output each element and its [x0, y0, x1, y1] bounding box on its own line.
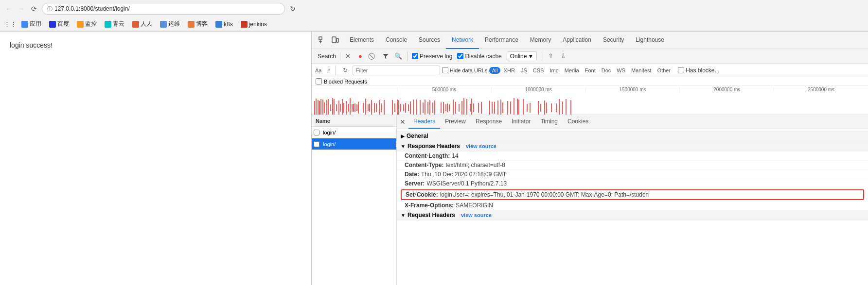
has-blocked-label[interactable]: Has blocke...	[678, 67, 719, 74]
detail-tab-preview[interactable]: Preview	[440, 115, 471, 129]
response-headers-section-header[interactable]: ▼ Response Headers view source	[397, 141, 868, 151]
disable-cache-label[interactable]: Disable cache	[457, 53, 501, 60]
req-select-1[interactable]	[314, 130, 319, 135]
inspect-element-button[interactable]	[317, 34, 328, 46]
login-success-text: login success!	[10, 41, 301, 49]
filter-bar: Aa .* ↻ Hide data URLs All XHR JS CSS Im…	[312, 64, 868, 77]
filter-tag-ws[interactable]: WS	[614, 67, 628, 74]
lock-icon: ⓘ	[47, 5, 53, 13]
bookmark-yunyun[interactable]: 运维	[157, 19, 183, 29]
tab-performance[interactable]: Performance	[479, 32, 524, 49]
svg-rect-0	[319, 37, 322, 40]
bookmark-jenkins[interactable]: jenkins	[238, 20, 270, 29]
detail-tab-headers[interactable]: Headers	[408, 115, 440, 129]
toolbar-separator2	[541, 51, 541, 61]
throttle-select[interactable]: Online ▼	[507, 51, 537, 61]
bookmark-apps[interactable]: 应用	[18, 19, 44, 29]
filter-tag-font[interactable]: Font	[583, 67, 598, 74]
request-view-source[interactable]: view source	[461, 212, 492, 218]
preserve-log-label[interactable]: Preserve log	[412, 53, 452, 60]
filter-refresh-button[interactable]: ↻	[340, 65, 351, 76]
export-button[interactable]: ⇩	[558, 51, 568, 62]
back-button[interactable]: ←	[4, 4, 14, 14]
header-value-content-length: 14	[452, 152, 458, 159]
filter-tag-js[interactable]: JS	[518, 67, 530, 74]
extension-button[interactable]: ↻	[288, 4, 298, 14]
disable-cache-checkbox[interactable]	[457, 53, 463, 59]
search-net-button[interactable]: 🔍	[393, 51, 404, 62]
blocked-requests-checkbox[interactable]	[316, 78, 322, 84]
tab-network[interactable]: Network	[446, 32, 479, 49]
bookmark-apps-label: 应用	[30, 20, 41, 28]
preserve-log-checkbox[interactable]	[412, 53, 418, 59]
filter-tag-doc[interactable]: Doc	[599, 67, 614, 74]
has-blocked-checkbox[interactable]	[678, 67, 684, 73]
bookmark-boke[interactable]: 博客	[185, 19, 211, 29]
filter-tag-all[interactable]: All	[489, 67, 500, 74]
timeline-label-2: 1000000 ms	[491, 87, 585, 92]
bookmark-k8s[interactable]: k8s	[213, 20, 236, 29]
address-bar[interactable]: ⓘ 127.0.0.1:8000/student/login/	[42, 3, 285, 15]
filter-tag-xhr[interactable]: XHR	[501, 67, 517, 74]
close-search-button[interactable]: ✕	[342, 51, 353, 62]
rr-favicon	[132, 21, 139, 28]
tab-console[interactable]: Console	[380, 32, 413, 49]
device-toolbar-button[interactable]	[329, 34, 341, 46]
bookmark-jk-label: 监控	[85, 20, 97, 28]
filter-regex-button[interactable]: .*	[325, 67, 331, 74]
tab-security[interactable]: Security	[597, 32, 630, 49]
request-name-panel: Name login/ login/	[312, 115, 397, 285]
detail-tab-response[interactable]: Response	[471, 115, 507, 129]
hide-data-urls-checkbox[interactable]	[442, 67, 448, 73]
timeline-label-3: 1500000 ms	[585, 87, 680, 92]
bookmark-qingyun[interactable]: 青云	[102, 19, 127, 29]
search-button[interactable]: Search	[314, 52, 340, 61]
tab-memory[interactable]: Memory	[524, 32, 557, 49]
qingyun-favicon	[105, 21, 111, 28]
hide-data-urls-label[interactable]: Hide data URLs	[442, 67, 488, 73]
detail-tab-initiator[interactable]: Initiator	[507, 115, 535, 129]
req-name-2: login/	[321, 141, 396, 147]
toolbar-separator	[407, 51, 408, 61]
svg-rect-4	[337, 38, 338, 42]
tab-sources[interactable]: Sources	[413, 32, 446, 49]
tab-elements[interactable]: Elements	[344, 32, 380, 49]
filter-tag-other[interactable]: Other	[655, 67, 673, 74]
general-section-header[interactable]: ▶ General	[397, 131, 868, 141]
forward-button[interactable]: →	[17, 4, 26, 14]
filter-tag-img[interactable]: Img	[547, 67, 561, 74]
bookmark-jk[interactable]: 监控	[74, 19, 100, 29]
request-headers-section-header[interactable]: ▼ Request Headers view source	[397, 210, 868, 220]
req-select-2[interactable]	[314, 141, 319, 147]
devtools-toolbar: Elements Console Sources Network Perform…	[312, 32, 868, 49]
header-name-content-type: Content-Type:	[405, 162, 443, 168]
bookmark-boke-label: 博客	[196, 20, 208, 28]
response-view-source[interactable]: view source	[466, 143, 496, 149]
reload-button[interactable]: ⟳	[29, 4, 39, 14]
req-checkbox-2	[312, 141, 321, 147]
clear-button[interactable]: ⃠	[368, 51, 378, 62]
network-toolbar: Search ✕ ● ⃠ 🔍 Preserve log Disable cach…	[312, 49, 868, 64]
devtools-panel: Elements Console Sources Network Perform…	[311, 32, 868, 285]
tab-application[interactable]: Application	[557, 32, 597, 49]
filter-tag-manifest[interactable]: Manifest	[629, 67, 654, 74]
request-row-1[interactable]: login/	[312, 127, 396, 138]
bookmark-baidu[interactable]: 百度	[46, 19, 72, 29]
record-button[interactable]: ●	[355, 51, 366, 62]
filter-aa-button[interactable]: Aa	[314, 67, 323, 74]
filter-tag-media[interactable]: Media	[562, 67, 582, 74]
header-content-type: Content-Type: text/html; charset=utf-8	[397, 161, 868, 170]
general-label: General	[407, 133, 428, 139]
detail-tab-cookies[interactable]: Cookies	[563, 115, 593, 129]
filter-input[interactable]	[353, 66, 440, 75]
detail-close-button[interactable]: ✕	[397, 115, 408, 129]
request-row-2[interactable]: login/	[312, 138, 396, 150]
filter-button[interactable]	[380, 51, 391, 62]
bookmark-rr[interactable]: 人人	[129, 19, 155, 29]
preserve-log-text: Preserve log	[420, 53, 452, 60]
tab-lighthouse[interactable]: Lighthouse	[630, 32, 670, 49]
filter-tag-css[interactable]: CSS	[531, 67, 547, 74]
import-button[interactable]: ⇧	[545, 51, 556, 62]
detail-tab-timing[interactable]: Timing	[535, 115, 563, 129]
apps-icon[interactable]: ⋮⋮	[4, 20, 17, 28]
